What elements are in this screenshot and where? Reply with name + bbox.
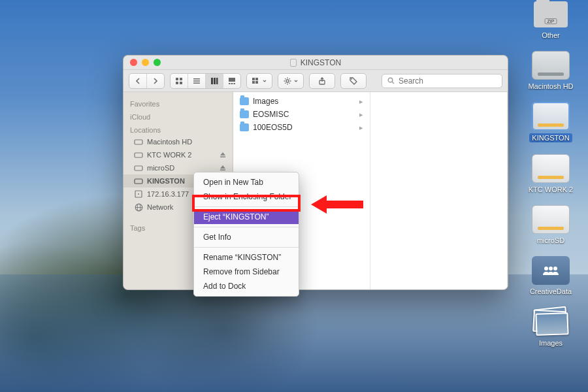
- svg-rect-3: [176, 78, 178, 80]
- desktop-icon-macintosh-hd[interactable]: Macintosh HD: [528, 51, 573, 90]
- external-drive-icon: [532, 154, 570, 183]
- view-gallery-button[interactable]: [223, 74, 240, 88]
- action-menu-button[interactable]: [278, 73, 304, 89]
- search-field[interactable]: [382, 74, 502, 88]
- sidebar-section-locations: Locations: [123, 122, 233, 135]
- arrange-button[interactable]: [246, 73, 272, 89]
- zip-badge: ZIP: [545, 18, 557, 24]
- svg-rect-11: [214, 78, 216, 84]
- sidebar-item-label: microSD: [147, 164, 174, 172]
- desktop-icon-other[interactable]: ZIP Other: [532, 0, 570, 39]
- eject-icon[interactable]: [220, 152, 226, 158]
- menu-add-dock[interactable]: Add to Dock: [194, 279, 299, 293]
- menu-rename[interactable]: Rename “KINGSTON”: [194, 250, 299, 265]
- sidebar-item-label: Macintosh HD: [147, 138, 192, 146]
- desktop-icon-label: Macintosh HD: [528, 82, 573, 90]
- forward-button[interactable]: [147, 74, 164, 88]
- zip-folder-icon: ZIP: [532, 0, 570, 29]
- desktop-icon-microsd[interactable]: microSD: [532, 205, 570, 244]
- menu-remove-sidebar[interactable]: Remove from Sidebar: [194, 265, 299, 279]
- sidebar-item-label: KTC WORK 2: [147, 151, 191, 159]
- menu-get-info[interactable]: Get Info: [194, 230, 299, 244]
- back-button[interactable]: [129, 74, 147, 88]
- context-menu: Open in New Tab Show in Enclosing Folder…: [193, 172, 299, 297]
- svg-rect-39: [135, 179, 142, 184]
- svg-rect-13: [229, 78, 235, 82]
- svg-line-29: [285, 82, 286, 83]
- finder-window[interactable]: KINGSTON Favorites iCloud Locations: [123, 55, 508, 290]
- chevron-right-icon: ▸: [359, 123, 363, 132]
- chevron-down-icon: [294, 80, 298, 82]
- window-titlebar[interactable]: KINGSTON: [123, 56, 508, 70]
- view-columns-button[interactable]: [206, 74, 223, 88]
- desktop-icon-label: KTC WORK 2: [529, 186, 573, 193]
- shared-drive-icon: [532, 256, 570, 285]
- svg-rect-8: [193, 80, 200, 82]
- internal-drive-icon: [532, 51, 570, 80]
- svg-point-2: [553, 267, 557, 270]
- menu-separator: [194, 247, 299, 248]
- chevron-down-icon: [263, 80, 267, 82]
- svg-rect-17: [252, 78, 255, 80]
- chevron-right-icon: ▸: [359, 97, 363, 106]
- nav-back-forward: [129, 73, 165, 89]
- svg-rect-7: [193, 78, 200, 80]
- sidebar-item-label: Network: [147, 203, 173, 211]
- sidebar-item-macintosh-hd[interactable]: Macintosh HD: [123, 135, 233, 148]
- finder-body: Favorites iCloud Locations Macintosh HD …: [123, 92, 508, 289]
- internal-drive-icon: [134, 137, 143, 146]
- folder-icon: [240, 123, 249, 131]
- desktop-icon-label: CreativeData: [530, 287, 572, 295]
- view-mode-segment: [170, 73, 241, 89]
- sidebar-section-icloud: iCloud: [123, 109, 233, 122]
- svg-rect-4: [180, 78, 182, 80]
- svg-point-21: [286, 80, 289, 82]
- svg-rect-6: [180, 82, 182, 84]
- menu-show-enclosing[interactable]: Show in Enclosing Folder: [194, 189, 299, 204]
- svg-point-0: [544, 267, 548, 270]
- sidebar-section-favorites: Favorites: [123, 96, 233, 109]
- svg-point-31: [351, 78, 352, 80]
- sidebar-item-label: 172.16.3.177: [147, 190, 189, 198]
- view-icons-button[interactable]: [171, 74, 188, 88]
- svg-rect-5: [176, 82, 178, 84]
- desktop-icon-images-stack[interactable]: Images: [532, 308, 570, 347]
- svg-rect-9: [193, 82, 200, 84]
- svg-rect-37: [135, 166, 142, 171]
- eject-icon[interactable]: [220, 165, 226, 171]
- desktop-icon-creativedata[interactable]: CreativeData: [530, 256, 572, 295]
- svg-rect-10: [211, 78, 213, 84]
- sidebar-item-ktc-work-2[interactable]: KTC WORK 2: [123, 148, 233, 161]
- svg-rect-35: [135, 153, 142, 157]
- list-item[interactable]: 100EOS5D▸: [233, 121, 370, 134]
- globe-icon: [134, 203, 143, 212]
- column-2[interactable]: [370, 92, 508, 289]
- external-drive-icon: [134, 163, 143, 172]
- search-input[interactable]: [399, 76, 497, 86]
- svg-rect-19: [252, 81, 255, 84]
- finder-toolbar: [123, 70, 508, 92]
- folder-label: 100EOS5D: [253, 123, 293, 132]
- svg-line-26: [285, 78, 286, 79]
- view-list-button[interactable]: [188, 74, 206, 88]
- menu-open-new-tab[interactable]: Open in New Tab: [194, 175, 299, 189]
- gear-icon: [284, 77, 291, 85]
- tags-button[interactable]: [340, 73, 367, 89]
- search-icon: [387, 77, 395, 84]
- svg-rect-20: [255, 81, 258, 84]
- share-button[interactable]: [309, 73, 335, 89]
- share-icon: [319, 77, 325, 85]
- svg-line-28: [289, 78, 290, 79]
- list-item[interactable]: Images▸: [233, 95, 370, 108]
- folder-label: EOSMISC: [253, 110, 289, 119]
- desktop-icon-kingston[interactable]: KINGSTON: [529, 102, 572, 142]
- desktop-icon-label: Images: [539, 339, 563, 347]
- folder-icon: [240, 97, 249, 105]
- svg-point-1: [549, 267, 553, 270]
- window-title-text: KINGSTON: [301, 58, 341, 67]
- svg-point-32: [388, 78, 393, 82]
- desktop-icon-ktc-work-2[interactable]: KTC WORK 2: [529, 154, 573, 193]
- window-title: KINGSTON: [123, 58, 508, 67]
- menu-eject[interactable]: Eject “KINGSTON”: [194, 210, 299, 224]
- list-item[interactable]: EOSMISC▸: [233, 108, 370, 121]
